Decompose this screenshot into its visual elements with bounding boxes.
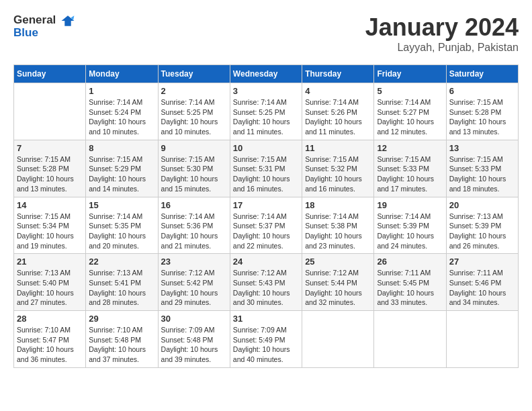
calendar-cell: 4Sunrise: 7:14 AMSunset: 5:26 PMDaylight… <box>302 83 374 140</box>
calendar-cell: 24Sunrise: 7:12 AMSunset: 5:43 PMDayligh… <box>230 254 302 311</box>
calendar-table: SundayMondayTuesdayWednesdayThursdayFrid… <box>13 64 519 368</box>
day-info-line: Sunrise: 7:13 AM <box>17 268 83 278</box>
day-info-line: Sunset: 5:33 PM <box>449 164 515 174</box>
day-info-line: Sunset: 5:36 PM <box>161 221 227 231</box>
day-info: Sunrise: 7:15 AMSunset: 5:33 PMDaylight:… <box>449 154 515 194</box>
calendar-cell: 1Sunrise: 7:14 AMSunset: 5:24 PMDaylight… <box>86 83 158 140</box>
day-info: Sunrise: 7:12 AMSunset: 5:43 PMDaylight:… <box>233 268 299 308</box>
day-info-line: Daylight: 10 hours and 17 minutes. <box>377 174 443 193</box>
day-number: 6 <box>449 86 515 96</box>
day-info-line: Sunset: 5:43 PM <box>233 278 299 288</box>
day-info-line: Sunset: 5:30 PM <box>161 164 227 174</box>
day-info-line: Sunrise: 7:14 AM <box>377 212 443 222</box>
day-info-line: Sunrise: 7:14 AM <box>233 97 299 107</box>
day-info-line: Sunrise: 7:10 AM <box>17 325 83 335</box>
day-info: Sunrise: 7:09 AMSunset: 5:48 PMDaylight:… <box>161 325 227 365</box>
day-info: Sunrise: 7:14 AMSunset: 5:36 PMDaylight:… <box>161 212 227 251</box>
calendar-cell: 31Sunrise: 7:09 AMSunset: 5:49 PMDayligh… <box>230 311 302 368</box>
day-info: Sunrise: 7:12 AMSunset: 5:44 PMDaylight:… <box>305 268 371 308</box>
day-info: Sunrise: 7:13 AMSunset: 5:40 PMDaylight:… <box>17 268 83 308</box>
logo-bird-icon <box>60 13 75 28</box>
day-info-line: Sunrise: 7:13 AM <box>89 268 154 278</box>
calendar-cell <box>374 311 446 368</box>
column-header-thursday: Thursday <box>302 65 374 83</box>
day-number: 8 <box>89 143 154 153</box>
day-info: Sunrise: 7:15 AMSunset: 5:31 PMDaylight:… <box>233 154 299 194</box>
calendar-cell: 22Sunrise: 7:13 AMSunset: 5:41 PMDayligh… <box>86 254 158 311</box>
day-info-line: Sunrise: 7:09 AM <box>233 325 299 335</box>
day-info-line: Daylight: 10 hours and 33 minutes. <box>377 288 443 308</box>
column-header-wednesday: Wednesday <box>230 65 302 83</box>
calendar-cell: 2Sunrise: 7:14 AMSunset: 5:25 PMDaylight… <box>158 83 230 140</box>
calendar-week-row: 28Sunrise: 7:10 AMSunset: 5:47 PMDayligh… <box>14 311 519 368</box>
day-info-line: Sunrise: 7:12 AM <box>305 268 371 278</box>
day-number: 4 <box>305 86 371 96</box>
calendar-week-row: 21Sunrise: 7:13 AMSunset: 5:40 PMDayligh… <box>14 254 519 311</box>
calendar-cell <box>446 311 518 368</box>
calendar-cell: 28Sunrise: 7:10 AMSunset: 5:47 PMDayligh… <box>14 311 86 368</box>
day-info-line: Sunset: 5:45 PM <box>377 278 443 288</box>
day-info-line: Sunrise: 7:14 AM <box>233 212 299 222</box>
day-info-line: Sunrise: 7:14 AM <box>305 97 371 107</box>
calendar-cell: 11Sunrise: 7:15 AMSunset: 5:32 PMDayligh… <box>302 140 374 197</box>
page-header: General Blue January 2024 Layyah, Punjab… <box>13 13 519 54</box>
day-number: 25 <box>305 257 371 267</box>
day-info-line: Sunset: 5:47 PM <box>17 335 83 345</box>
day-info-line: Daylight: 10 hours and 11 minutes. <box>305 117 371 136</box>
calendar-cell <box>14 83 86 140</box>
day-info-line: Daylight: 10 hours and 18 minutes. <box>449 174 515 193</box>
day-info-line: Sunset: 5:46 PM <box>449 278 515 288</box>
day-info: Sunrise: 7:14 AMSunset: 5:38 PMDaylight:… <box>305 212 371 251</box>
day-info-line: Sunrise: 7:09 AM <box>161 325 227 335</box>
calendar-cell: 20Sunrise: 7:13 AMSunset: 5:39 PMDayligh… <box>446 197 518 254</box>
calendar-cell: 5Sunrise: 7:14 AMSunset: 5:27 PMDaylight… <box>374 83 446 140</box>
day-info: Sunrise: 7:14 AMSunset: 5:27 PMDaylight:… <box>377 97 443 137</box>
calendar-cell: 3Sunrise: 7:14 AMSunset: 5:25 PMDaylight… <box>230 83 302 140</box>
day-info-line: Sunset: 5:25 PM <box>233 107 299 118</box>
day-info-line: Sunset: 5:48 PM <box>161 335 227 345</box>
day-info: Sunrise: 7:14 AMSunset: 5:26 PMDaylight:… <box>305 97 371 137</box>
day-info: Sunrise: 7:14 AMSunset: 5:25 PMDaylight:… <box>161 97 227 137</box>
day-info-line: Sunrise: 7:15 AM <box>449 97 515 107</box>
calendar-header-row: SundayMondayTuesdayWednesdayThursdayFrid… <box>14 65 519 83</box>
day-number: 22 <box>89 257 154 267</box>
day-number: 15 <box>89 200 154 210</box>
day-info-line: Daylight: 10 hours and 21 minutes. <box>161 231 227 250</box>
day-info-line: Sunset: 5:29 PM <box>89 164 154 174</box>
day-info: Sunrise: 7:09 AMSunset: 5:49 PMDaylight:… <box>233 325 299 365</box>
calendar-cell: 12Sunrise: 7:15 AMSunset: 5:33 PMDayligh… <box>374 140 446 197</box>
calendar-cell <box>302 311 374 368</box>
calendar-week-row: 7Sunrise: 7:15 AMSunset: 5:28 PMDaylight… <box>14 140 519 197</box>
day-number: 12 <box>377 143 443 153</box>
day-info: Sunrise: 7:14 AMSunset: 5:39 PMDaylight:… <box>377 212 443 251</box>
day-number: 30 <box>161 314 227 324</box>
logo: General Blue <box>13 13 75 40</box>
calendar-cell: 15Sunrise: 7:14 AMSunset: 5:35 PMDayligh… <box>86 197 158 254</box>
day-info: Sunrise: 7:14 AMSunset: 5:37 PMDaylight:… <box>233 212 299 251</box>
day-info-line: Sunset: 5:25 PM <box>161 107 227 118</box>
day-info: Sunrise: 7:15 AMSunset: 5:30 PMDaylight:… <box>161 154 227 194</box>
day-number: 5 <box>377 86 443 96</box>
calendar-cell: 19Sunrise: 7:14 AMSunset: 5:39 PMDayligh… <box>374 197 446 254</box>
day-info-line: Daylight: 10 hours and 27 minutes. <box>17 288 83 308</box>
day-info-line: Daylight: 10 hours and 36 minutes. <box>17 345 83 364</box>
day-info-line: Daylight: 10 hours and 13 minutes. <box>17 174 83 193</box>
day-info-line: Sunset: 5:39 PM <box>449 221 515 231</box>
calendar-cell: 17Sunrise: 7:14 AMSunset: 5:37 PMDayligh… <box>230 197 302 254</box>
day-info-line: Daylight: 10 hours and 22 minutes. <box>233 231 299 250</box>
day-info-line: Sunset: 5:44 PM <box>305 278 371 288</box>
day-info-line: Sunset: 5:41 PM <box>89 278 154 288</box>
day-info: Sunrise: 7:13 AMSunset: 5:39 PMDaylight:… <box>449 212 515 251</box>
day-info: Sunrise: 7:11 AMSunset: 5:45 PMDaylight:… <box>377 268 443 308</box>
day-number: 10 <box>233 143 299 153</box>
column-header-sunday: Sunday <box>14 65 86 83</box>
day-number: 16 <box>161 200 227 210</box>
day-info: Sunrise: 7:15 AMSunset: 5:34 PMDaylight:… <box>17 212 83 251</box>
logo-blue: Blue <box>13 27 75 40</box>
day-number: 14 <box>17 200 83 210</box>
day-info-line: Sunrise: 7:15 AM <box>305 154 371 165</box>
day-number: 29 <box>89 314 154 324</box>
day-info: Sunrise: 7:11 AMSunset: 5:46 PMDaylight:… <box>449 268 515 308</box>
day-info: Sunrise: 7:10 AMSunset: 5:47 PMDaylight:… <box>17 325 83 365</box>
calendar-cell: 26Sunrise: 7:11 AMSunset: 5:45 PMDayligh… <box>374 254 446 311</box>
